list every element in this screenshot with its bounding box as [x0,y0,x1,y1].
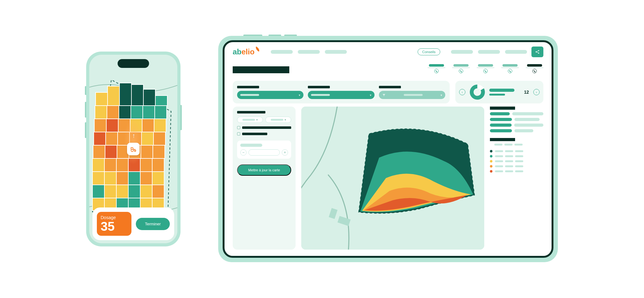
page-title [233,66,289,73]
nav-item[interactable] [451,50,473,54]
legend-bar [514,118,540,121]
svg-rect-23 [142,132,153,145]
main-body: ▾ ▾ − + Mettre à jour la carte [225,107,552,256]
page-toolbar [225,62,552,78]
svg-point-56 [134,150,136,152]
update-map-button[interactable]: Mettre à jour la carte [237,164,291,176]
option-label [242,133,267,135]
svg-rect-3 [119,83,131,106]
svg-rect-4 [131,85,143,106]
decrement-button[interactable]: − [240,149,247,156]
chip-dropdown[interactable]: ▾ [237,117,263,123]
legend-bar [490,129,512,132]
chip-row: ▾ ▾ [237,117,291,123]
filter-dropdown[interactable]: ▾ [379,91,445,99]
step-status-icon [532,69,537,73]
legend-item [490,165,543,168]
increment-button[interactable]: + [282,149,288,156]
legend-bar [490,124,512,127]
chevron-down-icon: ▾ [256,118,258,121]
svg-rect-24 [153,132,165,145]
svg-rect-26 [105,145,117,158]
summary-line [489,89,514,92]
sprout-icon [382,93,386,97]
svg-rect-47 [140,185,152,198]
donut-chart [470,85,485,100]
svg-rect-18 [154,119,166,132]
svg-rect-41 [140,172,152,185]
legend-bar [512,112,543,115]
svg-rect-36 [152,158,164,172]
option-row[interactable] [237,126,291,129]
dosage-card: Dosage 35 [97,212,131,236]
svg-rect-10 [131,106,143,119]
filter-row: ▾ ▾ ▾ ‹ [225,78,552,107]
nav-links-right [451,50,527,54]
svg-rect-2 [108,86,119,106]
svg-rect-45 [116,185,128,198]
step-5[interactable] [526,64,543,73]
chip-dropdown[interactable]: ▾ [265,117,291,123]
phone-side-button [85,86,86,95]
svg-rect-13 [94,119,106,132]
phone-power-button [180,105,182,130]
user-menu-button[interactable] [531,47,543,57]
nav-item[interactable] [271,50,293,54]
next-button[interactable]: › [533,89,540,95]
brand-logo[interactable]: abelio [233,47,260,56]
nav-item[interactable] [478,50,500,54]
svg-rect-31 [92,158,104,172]
step-4[interactable] [501,64,519,73]
tractor-icon [130,146,137,152]
svg-rect-11 [143,106,155,119]
tablet-top-button [243,35,262,36]
svg-rect-1 [96,92,108,106]
legend-item [490,150,543,152]
filter-card: ▾ ▾ ▾ [233,81,450,103]
svg-rect-37 [92,172,104,185]
legend-head-cell [514,144,523,146]
svg-rect-44 [104,185,116,198]
nav-item[interactable] [505,50,527,54]
svg-rect-46 [128,185,140,198]
prev-button[interactable]: ‹ [459,89,465,95]
share-icon [535,49,540,54]
logo-text-a: ab [233,47,242,56]
progress-steps [428,64,543,73]
step-1[interactable] [428,64,445,73]
field-map[interactable] [301,107,484,250]
checkbox[interactable] [237,132,240,135]
summary-value: 12 [524,90,529,95]
legend-head-cell [504,144,513,146]
legend-color-icon [490,155,492,157]
tractor-marker[interactable] [127,143,140,155]
legend-item [490,155,543,157]
filter-label [379,86,401,88]
svg-rect-48 [152,185,164,198]
step-status-icon [483,69,488,73]
option-row[interactable] [237,132,291,135]
legend-color-icon [490,160,492,163]
svg-point-55 [131,149,133,152]
finish-button[interactable]: Terminer [136,218,170,230]
dosage-label: Dosage [101,215,128,220]
section-label [237,111,265,113]
checkbox[interactable] [237,126,240,129]
conseils-pill[interactable]: Conseils [418,48,440,55]
dosage-value: 35 [101,220,128,233]
step-2[interactable] [452,64,470,73]
nav-item[interactable] [325,50,347,54]
chevron-down-icon: ▾ [370,93,371,97]
svg-rect-12 [155,106,167,119]
quantity-value[interactable] [248,149,280,156]
filter-dropdown[interactable]: ▾ [237,91,303,99]
filter-dropdown[interactable]: ▾ [308,91,374,99]
phone-notch [118,59,149,68]
step-3[interactable] [477,64,494,73]
svg-rect-5 [143,89,155,106]
legend-panel [490,107,543,250]
chevron-down-icon: ▾ [285,118,286,121]
legend-color-icon [490,150,492,152]
tablet-device-frame: abelio Conseils [218,36,558,262]
nav-item[interactable] [298,50,320,54]
